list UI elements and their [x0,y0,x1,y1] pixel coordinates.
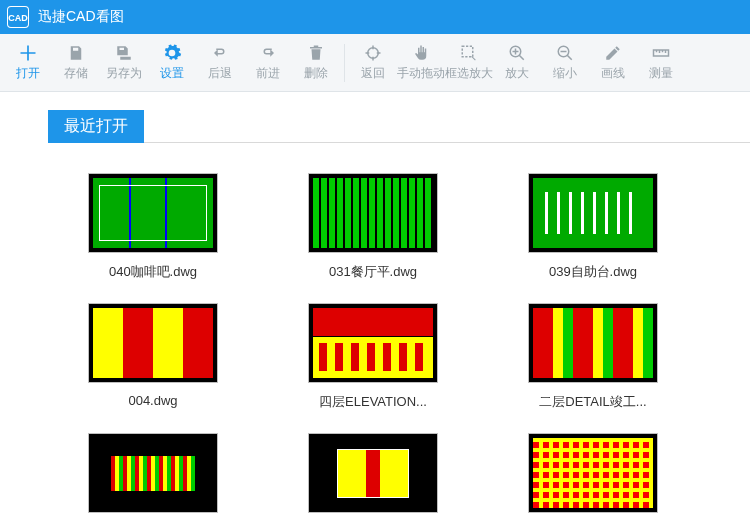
gear-button[interactable]: 设置 [148,37,196,89]
redo-icon [258,43,278,63]
hand-icon [411,43,431,63]
toolbar-label: 框选放大 [445,65,493,82]
titlebar: CAD 迅捷CAD看图 [0,0,750,34]
ruler-icon [651,43,671,63]
toolbar-label: 删除 [304,65,328,82]
file-thumbnail [88,303,218,383]
ruler-button[interactable]: 测量 [637,37,685,89]
toolbar-label: 画线 [601,65,625,82]
toolbar-label: 后退 [208,65,232,82]
toolbar-label: 存储 [64,65,88,82]
app-title: 迅捷CAD看图 [38,8,124,26]
redo-button[interactable]: 前进 [244,37,292,89]
file-card[interactable]: 039自助台.dwg [488,173,698,281]
toolbar-label: 放大 [505,65,529,82]
saveas-icon [114,43,134,63]
toolbar-label: 前进 [256,65,280,82]
file-thumbnail [308,303,438,383]
file-name: 二层DETAIL竣工... [539,393,646,411]
toolbar-label: 返回 [361,65,385,82]
file-thumbnail [528,173,658,253]
saveas-button[interactable]: 另存为 [100,37,148,89]
section-header: 最近打开 [48,110,144,143]
toolbar-label: 测量 [649,65,673,82]
file-card[interactable]: 004.dwg [48,303,258,411]
file-card[interactable]: M5-7.22.dwg [268,433,478,525]
svg-text:CAD: CAD [8,13,28,23]
toolbar: 打开存储另存为设置后退前进删除返回手动拖动框选放大放大缩小画线测量 [0,34,750,92]
pencil-button[interactable]: 画线 [589,37,637,89]
file-name: 四层ELEVATION... [319,393,427,411]
zoomin-button[interactable]: 放大 [493,37,541,89]
file-thumbnail [88,433,218,513]
section-divider [48,142,750,143]
undo-icon [210,43,230,63]
undo-button[interactable]: 后退 [196,37,244,89]
file-thumbnail [308,433,438,513]
toolbar-separator [344,44,345,82]
file-name: 040咖啡吧.dwg [109,263,197,281]
file-thumbnail [528,303,658,383]
file-name: 031餐厅平.dwg [329,263,417,281]
zoomout-icon [555,43,575,63]
file-name: 039自助台.dwg [549,263,637,281]
file-card[interactable]: 四层ELEVATION... [268,303,478,411]
file-thumbnail [528,433,658,513]
app-logo-icon: CAD [6,5,30,29]
toolbar-label: 打开 [16,65,40,82]
trash-button[interactable]: 删除 [292,37,340,89]
target-icon [363,43,383,63]
save-button[interactable]: 存储 [52,37,100,89]
toolbar-label: 另存为 [106,65,142,82]
gear-icon [162,43,182,63]
hand-button[interactable]: 手动拖动 [397,37,445,89]
file-thumbnail [88,173,218,253]
zoombox-icon [459,43,479,63]
zoomin-icon [507,43,527,63]
plus-icon [18,43,38,63]
file-card[interactable]: M8-7.52.dwg [488,433,698,525]
plus-button[interactable]: 打开 [4,37,52,89]
file-thumbnail [308,173,438,253]
content-area: 最近打开 040咖啡吧.dwg031餐厅平.dwg039自助台.dwg004.d… [0,92,750,525]
toolbar-label: 手动拖动 [397,65,445,82]
zoombox-button[interactable]: 框选放大 [445,37,493,89]
svg-rect-4 [462,46,473,57]
toolbar-label: 设置 [160,65,184,82]
trash-icon [306,43,326,63]
recent-files-grid: 040咖啡吧.dwg031餐厅平.dwg039自助台.dwg004.dwg四层E… [48,173,750,525]
svg-point-3 [368,48,379,59]
file-card[interactable]: M5-7.16.dwg [48,433,258,525]
toolbar-label: 缩小 [553,65,577,82]
file-card[interactable]: 040咖啡吧.dwg [48,173,258,281]
zoomout-button[interactable]: 缩小 [541,37,589,89]
file-card[interactable]: 031餐厅平.dwg [268,173,478,281]
target-button[interactable]: 返回 [349,37,397,89]
file-card[interactable]: 二层DETAIL竣工... [488,303,698,411]
save-icon [66,43,86,63]
pencil-icon [603,43,623,63]
file-name: 004.dwg [128,393,177,408]
